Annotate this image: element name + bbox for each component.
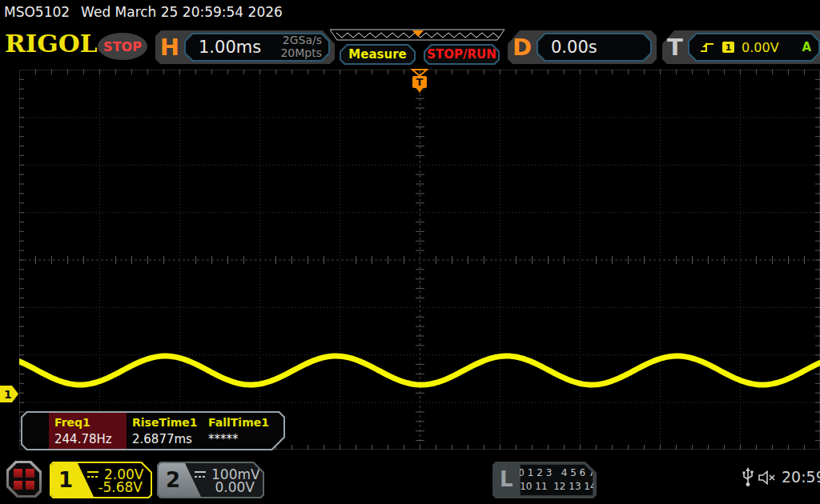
delay-label: D xyxy=(508,30,537,64)
dc-coupling-icon xyxy=(194,470,207,478)
preview-zigzag-icon xyxy=(329,29,506,42)
measurement-value: 2.6877ms xyxy=(132,432,192,446)
timebase-value: 1.00ms xyxy=(199,38,280,57)
clock: 20:59 xyxy=(782,468,820,486)
logic-row-8-15: 8 9 10 11 12 13 14 15 xyxy=(501,480,611,494)
stop-run-button[interactable]: STOP/RUN xyxy=(424,44,500,65)
horizontal-label: H xyxy=(155,30,184,64)
trigger-source-badge: 1 xyxy=(722,42,734,53)
sample-rate: 2GSa/s xyxy=(280,34,322,47)
waveform-preview-strip[interactable] xyxy=(329,29,506,42)
rising-edge-icon xyxy=(699,41,715,54)
waveform-ch1 xyxy=(19,70,820,450)
rigol-logo: RIGOL xyxy=(5,30,98,58)
trigger-pin-letter: T xyxy=(416,76,424,88)
channel1-number: 1 xyxy=(58,468,73,492)
channel1-offset-marker[interactable]: 1 xyxy=(0,386,18,402)
run-state-badge: STOP xyxy=(98,33,147,60)
dc-coupling-icon xyxy=(86,470,99,478)
channel2-offset: 0.00V xyxy=(215,479,255,495)
speaker-muted-icon[interactable] xyxy=(758,470,778,485)
titlebar: MSO5102Wed March 25 20:59:54 2026 xyxy=(4,4,283,20)
graticule xyxy=(19,70,820,450)
datetime: Wed March 25 20:59:54 2026 xyxy=(81,4,283,20)
measurement-label: FallTime1 xyxy=(208,416,269,429)
logic-row-0-7: 0 1 2 3 4 5 6 7 xyxy=(518,466,594,480)
usb-icon xyxy=(742,467,754,488)
trigger-panel[interactable]: T 1 0.00V A xyxy=(662,30,820,64)
logic-label: L xyxy=(500,467,513,491)
menu-grid-icon xyxy=(14,469,34,490)
measure-button[interactable]: Measure xyxy=(340,44,416,65)
measurement-label: Freq1 xyxy=(54,416,90,429)
channel1-block[interactable]: 1 2.00V -5.68V xyxy=(50,462,152,498)
measurement-value: 244.78Hz xyxy=(54,432,112,446)
menu-button[interactable] xyxy=(6,461,42,498)
trigger-label: T xyxy=(662,30,688,64)
delay-value: 0.00s xyxy=(551,38,597,57)
oscilloscope-screen: MSO5102Wed March 25 20:59:54 2026 RIGOL … xyxy=(0,0,820,504)
horizontal-panel[interactable]: H 1.00ms 2GSa/s 20Mpts xyxy=(155,30,335,64)
trigger-position-pin[interactable]: T xyxy=(409,68,430,100)
measurement-label: RiseTime1 xyxy=(132,416,198,429)
delay-panel[interactable]: D 0.00s xyxy=(508,30,657,64)
measurement-value: ***** xyxy=(208,432,239,446)
logic-channels-block[interactable]: L 0 1 2 3 4 5 6 7 8 9 10 11 12 13 14 15 xyxy=(492,462,597,498)
measurement-box[interactable]: Freq1 244.78Hz RiseTime1 2.6877ms FallTi… xyxy=(21,411,285,450)
trigger-sweep-mode: A xyxy=(802,40,811,54)
trigger-level: 0.00V xyxy=(742,40,779,55)
model-name: MSO5102 xyxy=(4,4,70,20)
channel2-number: 2 xyxy=(166,468,180,492)
channel2-block[interactable]: 2 100mV 0.00V xyxy=(157,462,264,498)
memory-depth: 20Mpts xyxy=(280,47,322,60)
channel1-offset: -5.68V xyxy=(98,479,143,495)
